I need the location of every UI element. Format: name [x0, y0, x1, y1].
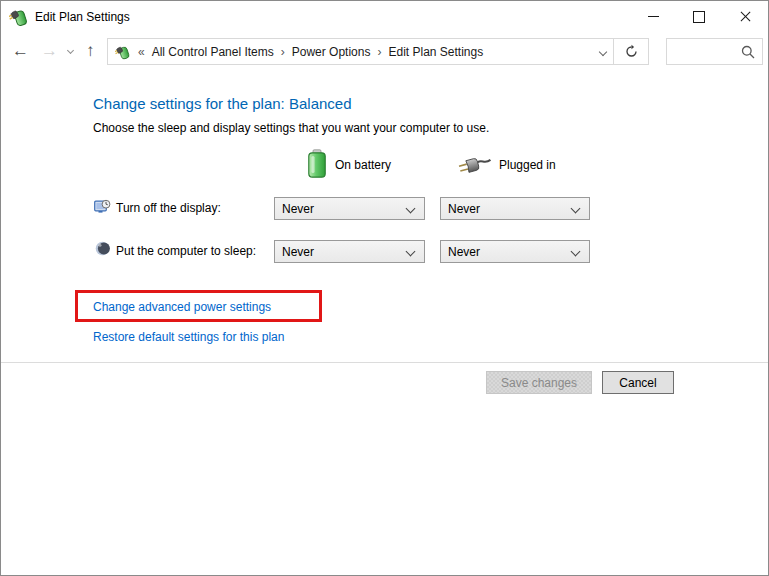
forward-button[interactable]: → — [41, 33, 58, 69]
page-title: Change settings for the plan: Balanced — [93, 95, 352, 112]
address-bar-app-icon — [115, 44, 131, 60]
close-icon — [738, 10, 752, 24]
turn-off-display-on-battery-select[interactable]: Never — [274, 197, 425, 220]
address-dropdown-chevron[interactable] — [599, 47, 607, 55]
back-icon: ← — [12, 41, 29, 60]
chevron-down-icon — [571, 247, 581, 257]
breadcrumb-separator: › — [377, 45, 381, 59]
sleep-plugged-in-select[interactable]: Never — [440, 240, 590, 263]
select-value: Never — [282, 245, 314, 259]
save-changes-button[interactable]: Save changes — [486, 371, 592, 394]
edit-plan-settings-window: Edit Plan Settings ← → ↑ — [0, 0, 769, 576]
search-box — [666, 38, 763, 65]
maximize-icon — [693, 11, 705, 23]
breadcrumb-separator: › — [281, 45, 285, 59]
chevron-down-icon — [406, 204, 416, 214]
address-bar[interactable]: « All Control Panel Items › Power Option… — [107, 38, 614, 65]
search-input[interactable] — [671, 42, 741, 63]
up-button[interactable]: ↑ — [86, 33, 95, 69]
chevron-down-icon — [406, 247, 416, 257]
title-bar[interactable]: Edit Plan Settings — [1, 1, 768, 33]
turn-off-display-plugged-in-select[interactable]: Never — [440, 197, 590, 220]
cancel-button[interactable]: Cancel — [602, 371, 674, 394]
select-value: Never — [448, 202, 480, 216]
up-icon: ↑ — [86, 41, 95, 60]
plug-icon — [457, 152, 493, 180]
moon-sleep-icon — [95, 241, 110, 260]
put-computer-to-sleep-label: Put the computer to sleep: — [116, 244, 256, 258]
close-button[interactable] — [722, 1, 768, 32]
footer-divider — [1, 362, 768, 363]
breadcrumb-edit-plan-settings[interactable]: Edit Plan Settings — [388, 45, 483, 59]
maximize-button[interactable] — [676, 1, 722, 32]
restore-default-settings-link[interactable]: Restore default settings for this plan — [93, 330, 284, 344]
breadcrumb-power-options[interactable]: Power Options — [292, 45, 371, 59]
minimize-button[interactable] — [630, 1, 676, 32]
on-battery-column-header: On battery — [335, 158, 391, 172]
window-controls — [630, 1, 768, 32]
chevron-down-icon — [571, 204, 581, 214]
turn-off-display-label: Turn off the display: — [116, 201, 221, 215]
display-clock-icon — [94, 199, 111, 219]
recent-pages-dropdown[interactable] — [67, 47, 74, 54]
change-advanced-power-settings-link[interactable]: Change advanced power settings — [93, 300, 271, 314]
sleep-on-battery-select[interactable]: Never — [274, 240, 425, 263]
forward-icon: → — [41, 41, 58, 60]
refresh-button[interactable] — [613, 38, 649, 65]
window-title: Edit Plan Settings — [35, 1, 130, 33]
select-value: Never — [448, 245, 480, 259]
breadcrumb-prefix: « — [138, 45, 145, 59]
page-subtitle: Choose the sleep and display settings th… — [93, 121, 489, 135]
refresh-icon — [624, 44, 639, 59]
plugged-in-column-header: Plugged in — [499, 158, 556, 172]
navigation-bar: ← → ↑ « All Contr — [1, 33, 768, 69]
select-value: Never — [282, 202, 314, 216]
breadcrumb-all-control-panel-items[interactable]: All Control Panel Items — [152, 45, 274, 59]
back-button[interactable]: ← — [12, 33, 29, 69]
search-icon — [741, 45, 755, 63]
power-plan-app-icon[interactable] — [9, 7, 29, 27]
minimize-icon — [648, 16, 659, 17]
battery-icon — [308, 149, 326, 182]
